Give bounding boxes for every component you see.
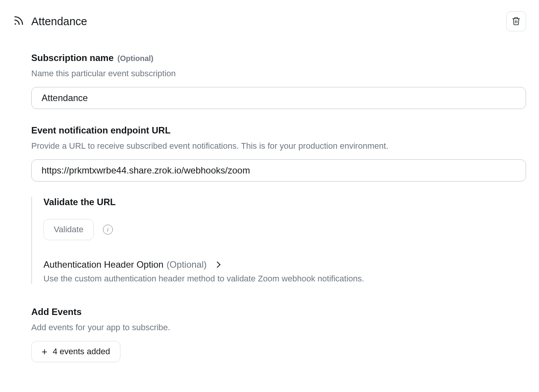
validate-row: Validate i bbox=[43, 219, 526, 240]
info-icon[interactable]: i bbox=[103, 225, 113, 235]
subscription-name-label-text: Subscription name bbox=[31, 53, 114, 63]
chevron-right-icon bbox=[214, 262, 221, 268]
plus-icon: + bbox=[42, 347, 47, 357]
header-left: Attendance bbox=[13, 15, 87, 28]
endpoint-url-input[interactable] bbox=[31, 159, 526, 182]
validate-button-label: Validate bbox=[54, 225, 83, 235]
svg-point-0 bbox=[14, 23, 16, 25]
rss-icon bbox=[13, 15, 24, 28]
subscription-name-input[interactable] bbox=[31, 87, 526, 109]
add-events-description: Add events for your app to subscribe. bbox=[31, 323, 526, 333]
add-events-button[interactable]: + 4 events added bbox=[31, 341, 120, 362]
subscription-name-description: Name this particular event subscription bbox=[31, 69, 526, 79]
subscription-name-label: Subscription name (Optional) bbox=[31, 53, 526, 63]
add-events-label-text: Add Events bbox=[31, 307, 82, 317]
page-title: Attendance bbox=[31, 15, 87, 28]
validate-button[interactable]: Validate bbox=[43, 219, 94, 240]
endpoint-url-section: Event notification endpoint URL Provide … bbox=[31, 125, 526, 182]
add-events-label: Add Events bbox=[31, 307, 526, 317]
optional-tag: (Optional) bbox=[117, 54, 153, 63]
validate-url-heading: Validate the URL bbox=[43, 197, 526, 207]
auth-header-title: Authentication Header Option bbox=[43, 259, 164, 270]
endpoint-url-description: Provide a URL to receive subscribed even… bbox=[31, 141, 526, 151]
add-events-button-label: 4 events added bbox=[53, 347, 110, 357]
validate-block: Validate the URL Validate i Authenticati… bbox=[31, 197, 526, 284]
auth-header-description: Use the custom authentication header met… bbox=[43, 274, 526, 284]
auth-header-optional: (Optional) bbox=[167, 259, 207, 270]
add-events-section: Add Events Add events for your app to su… bbox=[31, 307, 526, 362]
subscription-name-section: Subscription name (Optional) Name this p… bbox=[31, 53, 526, 109]
delete-button[interactable] bbox=[506, 11, 526, 31]
content: Subscription name (Optional) Name this p… bbox=[13, 53, 526, 362]
trash-icon bbox=[512, 16, 521, 27]
auth-header-row[interactable]: Authentication Header Option (Optional) bbox=[43, 259, 526, 270]
endpoint-url-label: Event notification endpoint URL bbox=[31, 125, 526, 136]
page-header: Attendance bbox=[13, 11, 526, 31]
endpoint-url-label-text: Event notification endpoint URL bbox=[31, 125, 170, 136]
